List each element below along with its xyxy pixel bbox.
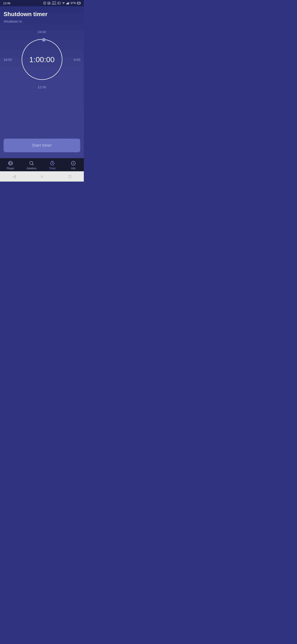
clock-label-right: 6:00	[74, 58, 80, 62]
nav-label-jukebox: Jukebox	[26, 167, 36, 170]
nav-item-player[interactable]: Player	[4, 160, 17, 170]
wifi-icon	[62, 2, 65, 4]
main-content: Shutdown timer Shutdown in 24:00 18:00 1…	[0, 6, 84, 158]
nav-label-info: Info	[71, 167, 75, 170]
clock-row: 18:00 1:00:00 6:00	[3, 36, 80, 83]
svg-rect-11	[80, 3, 80, 4]
clock-label-top: 24:00	[38, 30, 46, 34]
svg-point-15	[8, 161, 12, 165]
svg-point-23	[73, 162, 73, 162]
clock-circle[interactable]: 1:00:00	[18, 36, 65, 83]
svg-rect-9	[69, 2, 69, 4]
signal-icon	[66, 2, 69, 4]
nav-item-jukebox[interactable]: Jukebox	[25, 160, 38, 170]
image-icon	[47, 2, 50, 5]
bottom-nav: Player Jukebox Timer Info	[0, 158, 84, 171]
player-icon	[8, 160, 13, 166]
battery-percent: 97%	[71, 2, 76, 5]
svg-text:N: N	[58, 3, 59, 4]
svg-rect-12	[77, 2, 80, 4]
clock-area: 24:00 18:00 1:00:00 6:00 12:00	[3, 30, 80, 89]
nav-item-timer[interactable]: Timer	[46, 160, 59, 170]
svg-line-17	[32, 164, 33, 166]
svg-rect-6	[66, 3, 67, 4]
subtitle: Shutdown in	[3, 20, 80, 23]
nav-label-player: Player	[7, 167, 14, 170]
status-bar: 12:46 16.6 KB/S N	[0, 0, 84, 6]
home-button[interactable]: ○	[41, 174, 43, 179]
recent-button[interactable]: □	[69, 174, 71, 179]
svg-point-3	[48, 2, 49, 3]
clock-label-bottom: 12:00	[38, 85, 46, 89]
nfc-icon: N	[57, 2, 60, 5]
android-nav-bar: ◁ ○ □	[0, 171, 84, 182]
svg-point-14	[42, 38, 46, 42]
timer-icon	[50, 160, 55, 166]
clock-time-display: 1:00:00	[29, 55, 54, 64]
back-button[interactable]: ◁	[13, 174, 16, 179]
info-icon	[71, 160, 76, 166]
start-timer-button[interactable]: Start timer	[3, 139, 80, 152]
nav-item-info[interactable]: Info	[67, 160, 80, 170]
svg-rect-7	[67, 3, 68, 4]
status-right-icons: 16.6 KB/S N 97%	[43, 1, 81, 5]
app-title: Shutdown timer	[3, 11, 80, 18]
play-icon	[43, 2, 46, 5]
svg-rect-8	[68, 2, 69, 4]
nav-label-timer: Timer	[49, 167, 56, 170]
battery-icon	[77, 2, 81, 5]
clock-label-left: 18:00	[3, 58, 12, 62]
network-speed: 16.6 KB/S	[52, 1, 56, 5]
spacer	[3, 94, 80, 139]
jukebox-icon	[29, 160, 34, 166]
svg-marker-1	[44, 3, 45, 4]
status-time: 12:46	[3, 2, 10, 5]
